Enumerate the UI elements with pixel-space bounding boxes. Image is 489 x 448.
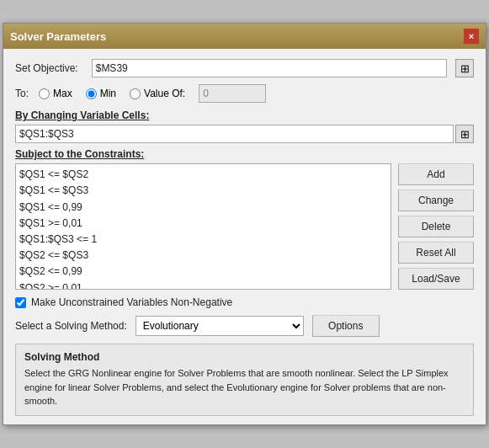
objective-label: Set Objective: bbox=[15, 62, 78, 74]
to-row: To: Max Min Value Of: bbox=[15, 84, 474, 103]
unconstrained-row: Make Unconstrained Variables Non-Negativ… bbox=[15, 296, 474, 308]
constraints-area: $QS1 <= $QS2$QS1 <= $QS3$QS1 <= 0,99$QS1… bbox=[15, 163, 474, 290]
method-select-label: Select a Solving Method: bbox=[15, 320, 127, 332]
unconstrained-checkbox[interactable] bbox=[15, 297, 26, 308]
list-item: $QS1 <= $QS3 bbox=[19, 183, 387, 199]
variable-cell-ref-icon: ⊞ bbox=[460, 128, 470, 141]
reset-all-button[interactable]: Reset All bbox=[398, 242, 474, 264]
list-item: $QS1 >= 0,01 bbox=[19, 216, 387, 232]
variable-cells-input[interactable] bbox=[15, 125, 454, 143]
dialog-body: Set Objective: ⊞ To: Max Min Value bbox=[3, 49, 486, 424]
objective-row: Set Objective: ⊞ bbox=[15, 59, 474, 77]
changing-cells-label: By Changing Variable Cells: bbox=[15, 109, 474, 121]
max-label: Max bbox=[53, 88, 72, 99]
max-radio-item[interactable]: Max bbox=[39, 88, 72, 99]
changing-cells-section: By Changing Variable Cells: ⊞ bbox=[15, 109, 474, 143]
solving-method-box: Solving Method Select the GRG Nonlinear … bbox=[15, 344, 474, 416]
solving-method-text: Select the GRG Nonlinear engine for Solv… bbox=[24, 366, 465, 408]
list-item: $QS2 <= 0,99 bbox=[19, 264, 387, 280]
max-radio[interactable] bbox=[39, 88, 50, 99]
list-item: $QS1:$QS3 <= 1 bbox=[19, 232, 387, 248]
solver-parameters-dialog: Solver Parameters × Set Objective: ⊞ To:… bbox=[3, 23, 486, 425]
close-button[interactable]: × bbox=[464, 29, 479, 44]
list-item: $QS2 <= $QS3 bbox=[19, 248, 387, 264]
min-label: Min bbox=[100, 88, 116, 99]
variable-cells-row: ⊞ bbox=[15, 125, 474, 143]
options-button[interactable]: Options bbox=[312, 315, 380, 337]
load-save-button[interactable]: Load/Save bbox=[398, 268, 474, 290]
dialog-title: Solver Parameters bbox=[10, 30, 106, 43]
solving-method-title: Solving Method bbox=[24, 351, 465, 363]
value-of-label: Value Of: bbox=[144, 88, 185, 99]
variable-cells-ref-button[interactable]: ⊞ bbox=[455, 125, 474, 143]
objective-cell-ref-button[interactable]: ⊞ bbox=[455, 59, 474, 77]
min-radio-item[interactable]: Min bbox=[86, 88, 116, 99]
to-label: To: bbox=[15, 88, 29, 99]
objective-input[interactable] bbox=[92, 59, 447, 77]
unconstrained-label: Make Unconstrained Variables Non-Negativ… bbox=[31, 296, 232, 308]
constraints-label: Subject to the Constraints: bbox=[15, 148, 474, 160]
value-of-radio-item[interactable]: Value Of: bbox=[130, 88, 185, 99]
constraints-buttons: Add Change Delete Reset All Load/Save bbox=[398, 163, 474, 290]
title-bar: Solver Parameters × bbox=[3, 24, 486, 49]
change-button[interactable]: Change bbox=[398, 189, 474, 211]
method-select[interactable]: GRG NonlinearSimplex LPEvolutionary bbox=[136, 316, 304, 336]
list-item: $QS1 <= $QS2 bbox=[19, 167, 387, 183]
method-row: Select a Solving Method: GRG NonlinearSi… bbox=[15, 315, 474, 337]
list-item: $QS1 <= 0,99 bbox=[19, 200, 387, 216]
constraints-section: Subject to the Constraints: $QS1 <= $QS2… bbox=[15, 148, 474, 290]
min-radio[interactable] bbox=[86, 88, 97, 99]
value-of-input[interactable] bbox=[199, 84, 266, 103]
value-of-radio[interactable] bbox=[130, 88, 141, 99]
constraints-list[interactable]: $QS1 <= $QS2$QS1 <= $QS3$QS1 <= 0,99$QS1… bbox=[15, 163, 391, 290]
list-item: $QS2 >= 0,01 bbox=[19, 280, 387, 291]
to-radio-group: Max Min Value Of: bbox=[39, 84, 474, 103]
delete-button[interactable]: Delete bbox=[398, 216, 474, 237]
add-button[interactable]: Add bbox=[398, 163, 474, 185]
cell-ref-icon: ⊞ bbox=[460, 62, 470, 75]
